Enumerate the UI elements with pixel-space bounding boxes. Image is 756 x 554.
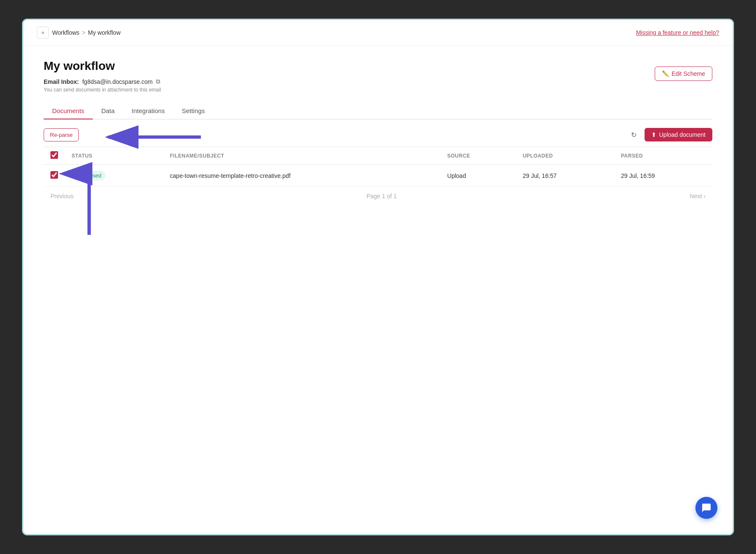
col-header-parsed: PARSED xyxy=(614,147,712,165)
row-checkbox[interactable] xyxy=(50,171,58,179)
toolbar-left: Re-parse xyxy=(44,128,79,141)
tab-documents[interactable]: Documents xyxy=(44,103,93,119)
tabs-container: Documents Data Integrations Settings xyxy=(44,103,712,119)
main-content: My workflow Email Inbox: fg8dsa@in.docsp… xyxy=(23,46,733,219)
email-label: Email Inbox: xyxy=(44,78,79,85)
email-value: fg8dsa@in.docsparse.com xyxy=(82,78,153,85)
help-link[interactable]: Missing a feature or need help? xyxy=(636,29,719,36)
status-text: Parsed xyxy=(84,172,101,179)
col-header-uploaded: UPLOADED xyxy=(516,147,614,165)
edit-scheme-label: Edit Scheme xyxy=(672,70,705,77)
row-filename-cell[interactable]: cape-town-resume-template-retro-creative… xyxy=(163,165,440,187)
toolbar: Re-parse ↻ ⬆ Upload document xyxy=(44,128,712,141)
page-title: My workflow xyxy=(44,59,712,73)
select-all-checkbox[interactable] xyxy=(50,151,58,159)
reparse-button[interactable]: Re-parse xyxy=(44,128,79,141)
tab-integrations[interactable]: Integrations xyxy=(123,103,173,119)
row-checkbox-cell xyxy=(44,165,65,187)
check-circle-icon: ✓ xyxy=(76,173,82,179)
row-status-cell: ✓ Parsed xyxy=(65,165,163,187)
previous-button[interactable]: Previous xyxy=(50,193,73,199)
next-label: Next xyxy=(690,193,702,199)
breadcrumb: Workflows > My workflow xyxy=(52,29,121,36)
col-header-checkbox xyxy=(44,147,65,165)
next-button[interactable]: Next › xyxy=(690,193,706,199)
page-info: Page 1 of 1 xyxy=(367,193,397,199)
col-header-status: STATUS xyxy=(65,147,163,165)
documents-table: STATUS FILENAME/SUBJECT SOURCE UPLOADED … xyxy=(44,147,712,187)
main-frame: » Workflows > My workflow Missing a feat… xyxy=(22,19,734,535)
upload-button[interactable]: ⬆ Upload document xyxy=(645,128,712,141)
breadcrumb-separator: > xyxy=(82,29,85,36)
toolbar-right: ↻ ⬆ Upload document xyxy=(627,128,712,141)
upload-label: Upload document xyxy=(659,131,706,138)
edit-scheme-button[interactable]: ✏️ Edit Scheme xyxy=(655,66,712,81)
tab-settings[interactable]: Settings xyxy=(173,103,213,119)
email-inbox-row: Email Inbox: fg8dsa@in.docsparse.com ⧉ xyxy=(44,78,712,85)
nav-left: » Workflows > My workflow xyxy=(37,27,121,39)
breadcrumb-parent[interactable]: Workflows xyxy=(52,29,79,36)
status-badge: ✓ Parsed xyxy=(72,171,106,180)
col-header-filename: FILENAME/SUBJECT xyxy=(163,147,440,165)
page-header-actions: ✏️ Edit Scheme xyxy=(655,66,712,81)
row-source-cell: Upload xyxy=(440,165,516,187)
pagination: Previous Page 1 of 1 Next › xyxy=(44,187,712,205)
chevron-right-icon: › xyxy=(703,193,706,199)
row-parsed-cell: 29 Jul, 16:59 xyxy=(614,165,712,187)
col-header-source: SOURCE xyxy=(440,147,516,165)
breadcrumb-current: My workflow xyxy=(88,29,121,36)
row-uploaded-cell: 29 Jul, 16:57 xyxy=(516,165,614,187)
upload-icon: ⬆ xyxy=(651,131,656,138)
top-nav: » Workflows > My workflow Missing a feat… xyxy=(23,20,733,46)
refresh-button[interactable]: ↻ xyxy=(627,128,640,141)
table-row: ✓ Parsed cape-town-resume-template-retro… xyxy=(44,165,712,187)
tab-data[interactable]: Data xyxy=(93,103,123,119)
edit-icon: ✏️ xyxy=(662,70,669,77)
chat-fab-button[interactable] xyxy=(695,497,717,519)
chat-icon xyxy=(701,503,712,513)
collapse-button[interactable]: » xyxy=(37,27,49,39)
email-hint: You can send documents in attachment to … xyxy=(44,87,712,93)
copy-icon[interactable]: ⧉ xyxy=(156,78,160,85)
